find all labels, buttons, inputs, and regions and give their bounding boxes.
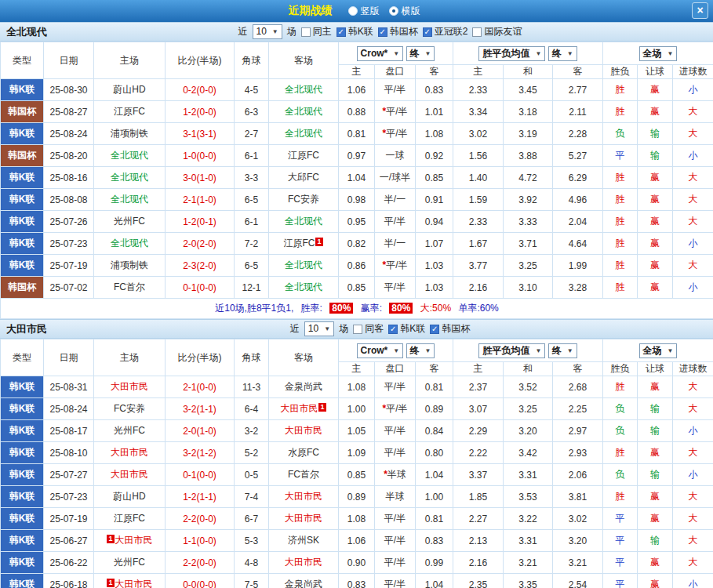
home-team: 光州FC: [94, 420, 166, 442]
match-row: 韩K联25-07-26光州FC1-2(0-1)6-1全北现代0.95平/半0.9…: [1, 211, 713, 233]
team1-summary-row: 近10场,胜8平1负1, 胜率: 80% 赢率: 80% 大:50% 单率:60…: [1, 299, 713, 319]
league-badge: 韩国杯: [1, 145, 44, 167]
handicap-result: 输: [638, 123, 673, 145]
away-team: 江原FC1: [269, 233, 339, 255]
radio-checked-icon[interactable]: [389, 6, 398, 16]
filter-option[interactable]: ✓韩K联: [388, 322, 425, 336]
handicap-result: 赢: [638, 277, 673, 299]
filter-option[interactable]: ✓韩K联: [336, 25, 373, 38]
bookmaker-select[interactable]: Crow*▼: [357, 46, 404, 61]
goals-result: 大: [673, 398, 713, 420]
odds-handicap: 平/半: [375, 442, 416, 464]
league-badge: 韩K联: [1, 420, 44, 442]
filter-option[interactable]: ✓韩国杯: [430, 322, 470, 336]
odds-handicap: 平/半: [375, 79, 416, 101]
score: 2-0(1-0): [166, 420, 235, 442]
layout-horizontal-radio[interactable]: 横版: [389, 5, 420, 18]
filter-option[interactable]: ✓亚冠联2: [423, 25, 468, 38]
handicap-result: 赢: [638, 255, 673, 277]
checkbox-unchecked-icon[interactable]: [472, 27, 482, 37]
result: 胜: [603, 233, 638, 255]
chevron-down-icon: ▼: [668, 48, 674, 60]
filter-option[interactable]: 同主: [301, 25, 332, 38]
recent-count-select[interactable]: 10▼: [304, 321, 334, 336]
fullmatch-select[interactable]: 全场▼: [639, 343, 678, 358]
col-odds-away: 客: [416, 362, 453, 376]
odds-home: 0.86: [339, 255, 375, 277]
final-odds-select[interactable]: 终▼: [406, 46, 435, 61]
avg-draw: 3.92: [504, 189, 553, 211]
corners: 7-2: [235, 233, 269, 255]
odds-handicap: 平/半: [375, 552, 416, 574]
bookmaker-select[interactable]: Crow*▼: [357, 343, 404, 358]
filter-option[interactable]: 国际友谊: [472, 25, 522, 38]
titlebar: 近期战绩 竖版 横版 ×: [0, 0, 713, 22]
avg-draw: 3.19: [504, 123, 553, 145]
team-name: 全北现代: [111, 150, 148, 161]
checkbox-unchecked-icon[interactable]: [353, 325, 362, 334]
result: 平: [603, 508, 638, 530]
match-date: 25-07-19: [44, 255, 94, 277]
avg-draw: 3.20: [504, 420, 553, 442]
checkbox-checked-icon[interactable]: ✓: [388, 325, 398, 334]
checkbox-unchecked-icon[interactable]: [301, 27, 311, 37]
match-row: 韩K联25-07-19浦项制铁2-3(2-0)6-5全北现代0.86*平/半1.…: [1, 255, 713, 277]
avg-draw: 3.53: [504, 486, 553, 508]
home-team: 大田市民: [94, 442, 166, 464]
final-odds-select[interactable]: 终▼: [406, 343, 435, 358]
odds-home: 1.05: [339, 420, 375, 442]
radio-unchecked-icon[interactable]: [348, 6, 358, 16]
filter-option[interactable]: ✓韩国杯: [378, 25, 418, 38]
result: 胜: [603, 101, 638, 123]
away-team: 全北现代: [269, 79, 339, 101]
avg-select[interactable]: 胜平负均值▼: [478, 46, 545, 61]
chevron-down-icon: ▼: [425, 48, 431, 60]
goals-result: 小: [673, 277, 713, 299]
avg-home: 3.02: [453, 123, 504, 145]
checkbox-checked-icon[interactable]: ✓: [378, 27, 387, 37]
col-type: 类型: [1, 42, 44, 79]
recent-count-select[interactable]: 10▼: [253, 24, 282, 39]
filter-label: 韩K联: [348, 25, 373, 38]
odds-away: 0.81: [416, 508, 453, 530]
avg-group-header: 胜平负均值▼ 终▼: [453, 42, 603, 65]
checkbox-checked-icon[interactable]: ✓: [430, 325, 439, 334]
filter-label: 韩国杯: [442, 322, 470, 336]
avg-away: 4.96: [553, 189, 603, 211]
fullmatch-select[interactable]: 全场▼: [639, 46, 678, 61]
handicap-result: 输: [638, 145, 673, 167]
avg-away: 2.25: [553, 398, 603, 420]
home-team: 江原FC: [94, 101, 166, 123]
match-date: 25-06-18: [44, 574, 94, 588]
match-date: 25-08-31: [44, 376, 94, 398]
league-badge: 韩K联: [1, 486, 44, 508]
team-name: 大田市民: [285, 513, 322, 524]
final-avg-select[interactable]: 终▼: [548, 46, 577, 61]
result: 胜: [603, 189, 638, 211]
final-avg-select[interactable]: 终▼: [548, 343, 577, 358]
league-badge: 韩K联: [1, 464, 44, 486]
checkbox-checked-icon[interactable]: ✓: [423, 27, 432, 37]
goals-result: 大: [673, 101, 713, 123]
match-date: 25-08-30: [44, 79, 94, 101]
odds-home: 1.00: [339, 398, 375, 420]
score: 2-3(2-0): [166, 255, 235, 277]
close-button[interactable]: ×: [692, 2, 708, 19]
league-badge: 韩国杯: [1, 277, 44, 299]
col-score: 比分(半场): [166, 42, 235, 79]
layout-vertical-radio[interactable]: 竖版: [348, 5, 380, 18]
match-row: 韩K联25-07-27大田市民0-1(0-0)0-5FC首尔0.85*半球1.0…: [1, 464, 713, 486]
col-odds-home: 主: [339, 362, 375, 376]
score: 3-2(1-1): [166, 398, 235, 420]
goals-result: 大: [673, 530, 713, 552]
checkbox-checked-icon[interactable]: ✓: [336, 27, 346, 37]
match-date: 25-08-27: [44, 101, 94, 123]
avg-select[interactable]: 胜平负均值▼: [478, 343, 545, 358]
filter-option[interactable]: 同客: [353, 322, 384, 336]
page-title: 近期战绩: [289, 4, 333, 18]
avg-home: 2.35: [453, 574, 504, 588]
avg-draw: 3.21: [504, 552, 553, 574]
corners: 11-3: [235, 376, 269, 398]
away-team: 大田市民: [269, 420, 339, 442]
match-date: 25-07-23: [44, 233, 94, 255]
